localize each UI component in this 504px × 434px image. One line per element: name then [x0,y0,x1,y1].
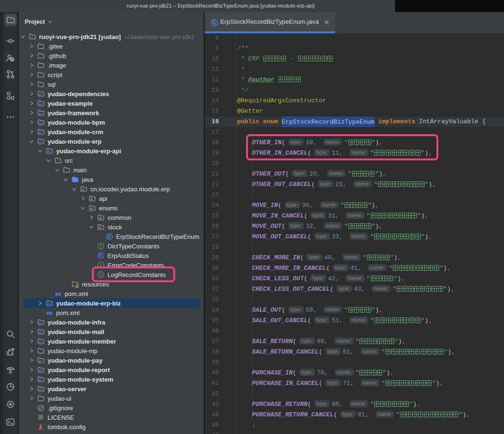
svg-text:E: E [213,20,216,25]
svg-text:m: m [47,309,52,316]
svg-text:?: ? [11,57,14,62]
svg-text:m: m [55,290,61,297]
svg-text:E: E [99,253,102,258]
svg-text:I: I [100,243,102,248]
svg-text:E: E [108,234,111,239]
